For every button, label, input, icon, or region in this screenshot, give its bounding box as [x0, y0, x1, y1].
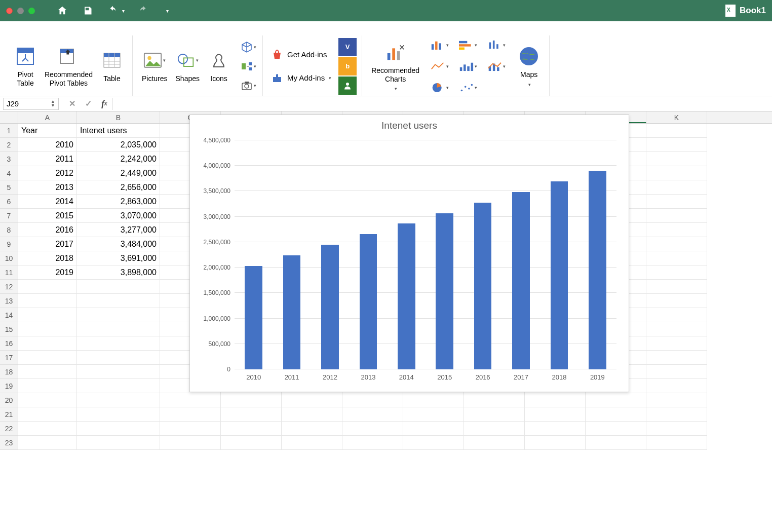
cell-D22[interactable]	[221, 422, 282, 436]
column-header-K[interactable]: K	[646, 111, 707, 123]
cell-F21[interactable]	[342, 407, 403, 422]
row-header-18[interactable]: 18	[0, 365, 18, 379]
redo-button[interactable]	[136, 4, 150, 18]
cell-A17[interactable]	[18, 351, 77, 365]
row-header-21[interactable]: 21	[0, 407, 18, 422]
cell-K3[interactable]	[646, 152, 707, 166]
cell-B14[interactable]	[77, 308, 160, 322]
cell-J22[interactable]	[586, 422, 646, 436]
cell-K12[interactable]	[646, 280, 707, 294]
cell-C23[interactable]	[160, 436, 221, 450]
bar-chart-button[interactable]	[459, 36, 477, 54]
name-box[interactable]: J29 ▲▼	[3, 98, 59, 110]
3d-models-button[interactable]	[239, 38, 257, 56]
row-header-9[interactable]: 9	[0, 237, 18, 251]
cell-K17[interactable]	[646, 351, 707, 365]
cell-B7[interactable]: 3,070,000	[77, 209, 160, 223]
cell-K20[interactable]	[646, 393, 707, 407]
cell-B3[interactable]: 2,242,000	[77, 152, 160, 166]
cell-B11[interactable]: 3,898,000	[77, 265, 160, 280]
cell-H23[interactable]	[464, 436, 525, 450]
cell-B17[interactable]	[77, 351, 160, 365]
cell-A19[interactable]	[18, 379, 77, 393]
row-header-15[interactable]: 15	[0, 322, 18, 336]
cell-B18[interactable]	[77, 365, 160, 379]
row-header-14[interactable]: 14	[0, 308, 18, 322]
cell-B22[interactable]	[77, 422, 160, 436]
row-header-19[interactable]: 19	[0, 379, 18, 393]
stock-chart-button[interactable]	[487, 36, 506, 54]
cell-K23[interactable]	[646, 436, 707, 450]
cell-E22[interactable]	[282, 422, 342, 436]
chart-bar-2013[interactable]	[360, 234, 377, 369]
cell-A21[interactable]	[18, 407, 77, 422]
active-tab[interactable]	[0, 21, 56, 35]
cell-I20[interactable]	[525, 393, 586, 407]
row-header-12[interactable]: 12	[0, 280, 18, 294]
bing-maps-addin-icon[interactable]: b	[338, 57, 357, 75]
chart-bar-2018[interactable]	[551, 181, 568, 369]
cell-A16[interactable]	[18, 336, 77, 351]
cell-K21[interactable]	[646, 407, 707, 422]
cell-B1[interactable]: Intenet users	[77, 124, 160, 138]
cell-C20[interactable]	[160, 393, 221, 407]
cell-K9[interactable]	[646, 237, 707, 251]
cell-F22[interactable]	[342, 422, 403, 436]
zoom-window-icon[interactable]	[28, 8, 35, 14]
cell-K10[interactable]	[646, 251, 707, 265]
close-window-icon[interactable]	[6, 8, 13, 14]
enter-formula-button[interactable]: ✓	[82, 98, 94, 110]
cell-A20[interactable]	[18, 393, 77, 407]
column-header-B[interactable]: B	[77, 111, 160, 123]
cell-A2[interactable]: 2010	[18, 138, 77, 152]
cell-A4[interactable]: 2012	[18, 166, 77, 180]
cell-A10[interactable]: 2018	[18, 251, 77, 265]
line-chart-button[interactable]	[431, 57, 449, 75]
cell-J20[interactable]	[586, 393, 646, 407]
cell-K6[interactable]	[646, 195, 707, 209]
pie-chart-button[interactable]	[431, 79, 449, 97]
cell-D20[interactable]	[221, 393, 282, 407]
cell-B5[interactable]: 2,656,000	[77, 180, 160, 195]
row-header-13[interactable]: 13	[0, 294, 18, 308]
cell-A11[interactable]: 2019	[18, 265, 77, 280]
customize-qat-icon[interactable]: ▾	[166, 8, 169, 14]
row-header-2[interactable]: 2	[0, 138, 18, 152]
cell-B21[interactable]	[77, 407, 160, 422]
cell-K14[interactable]	[646, 308, 707, 322]
cell-A5[interactable]: 2013	[18, 180, 77, 195]
cell-K7[interactable]	[646, 209, 707, 223]
save-button[interactable]	[81, 4, 95, 18]
cell-B19[interactable]	[77, 379, 160, 393]
cell-K8[interactable]	[646, 223, 707, 237]
cell-A9[interactable]: 2017	[18, 237, 77, 251]
cell-I21[interactable]	[525, 407, 586, 422]
cell-E23[interactable]	[282, 436, 342, 450]
cell-E21[interactable]	[282, 407, 342, 422]
column-chart-button[interactable]	[431, 36, 449, 54]
undo-dropdown-icon[interactable]: ▾	[122, 8, 125, 14]
cell-B6[interactable]: 2,863,000	[77, 195, 160, 209]
cell-K18[interactable]	[646, 365, 707, 379]
cell-H22[interactable]	[464, 422, 525, 436]
undo-button[interactable]	[106, 4, 120, 18]
my-addins-button[interactable]: My Add-ins	[268, 70, 333, 86]
cell-B2[interactable]: 2,035,000	[77, 138, 160, 152]
cell-B13[interactable]	[77, 294, 160, 308]
area-chart-button[interactable]	[459, 57, 477, 75]
cell-K5[interactable]	[646, 180, 707, 195]
chart-bar-2019[interactable]	[589, 171, 606, 369]
row-header-4[interactable]: 4	[0, 166, 18, 180]
cell-A22[interactable]	[18, 422, 77, 436]
recommended-charts-button[interactable]: Recommended Charts	[367, 40, 423, 92]
cell-K15[interactable]	[646, 322, 707, 336]
table-button[interactable]: Table	[97, 48, 127, 84]
smartart-button[interactable]	[239, 57, 257, 75]
select-all-corner[interactable]	[0, 111, 18, 124]
row-header-1[interactable]: 1	[0, 124, 18, 138]
embedded-chart[interactable]: Intenet users 0500,0001,000,0001,500,000…	[189, 115, 629, 392]
cancel-formula-button[interactable]: ✕	[66, 98, 78, 110]
cell-B16[interactable]	[77, 336, 160, 351]
row-header-16[interactable]: 16	[0, 336, 18, 351]
chart-bar-2012[interactable]	[321, 245, 339, 369]
